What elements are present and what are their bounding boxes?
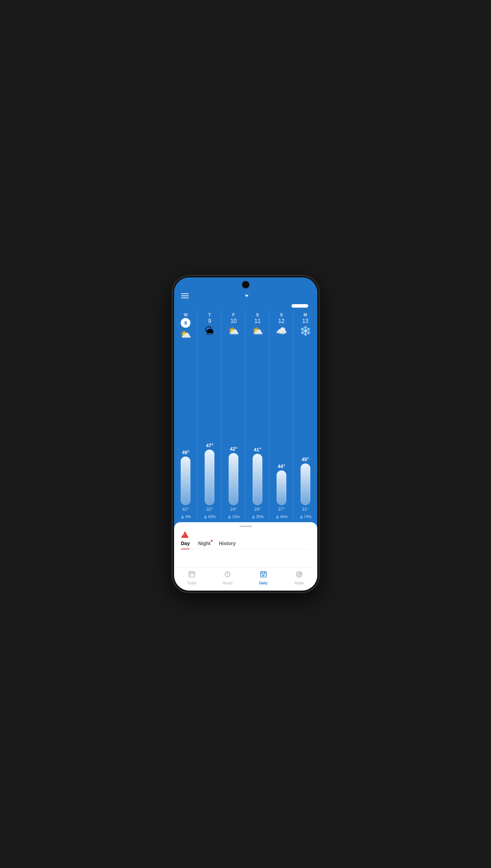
high-temp: 41°	[254, 447, 261, 452]
by-month-button[interactable]	[300, 304, 308, 308]
day-col-1[interactable]: T9🌦47°32°💧63%	[198, 310, 222, 522]
screen: W8⛅49°42°💧0%T9🌦47°32°💧63%F10⛅42°24°💧15%S…	[174, 277, 317, 591]
phone-frame: W8⛅49°42°💧0%T9🌦47°32°💧63%F10⛅42°24°💧15%S…	[173, 276, 319, 592]
low-temp: 24°	[230, 507, 237, 512]
day-name: S	[280, 312, 283, 317]
nav-label-daily: Daily	[259, 581, 268, 585]
low-temp: 32°	[206, 507, 213, 512]
svg-rect-4	[190, 575, 191, 576]
day-num: 13	[302, 318, 309, 324]
drop-icon: 💧	[203, 515, 207, 519]
alert-row	[181, 531, 310, 538]
sheet-tab-day[interactable]: Day	[181, 541, 190, 549]
day-num: 11	[254, 318, 261, 324]
precip: 💧0%	[180, 515, 191, 520]
camera	[243, 282, 249, 288]
nav-today-icon	[188, 570, 196, 580]
menu-line-3	[181, 298, 189, 298]
sheet-tab-night[interactable]: Night	[198, 541, 211, 549]
day-col-2[interactable]: F10⛅42°24°💧15%	[222, 310, 246, 522]
svg-rect-6	[261, 572, 267, 577]
precip-value: 63%	[208, 515, 216, 519]
svg-rect-0	[189, 572, 195, 577]
drop-icon: 💧	[180, 515, 185, 519]
drop-icon: 💧	[275, 515, 279, 519]
nav-label-radar: Radar	[294, 581, 304, 585]
notification-dot	[211, 540, 213, 542]
temp-bar	[229, 453, 238, 505]
temp-section: 47°32°	[198, 337, 221, 513]
day-name: M	[304, 312, 307, 317]
nav-label-hourly: Hourly	[223, 581, 233, 585]
day-name: F	[232, 312, 235, 317]
day-num: 10	[230, 318, 237, 324]
temp-bar-container	[301, 464, 310, 505]
weather-icon: ❄️	[300, 326, 311, 335]
sheet-tab-history[interactable]: History	[219, 541, 236, 549]
alert-icon	[181, 531, 189, 538]
temp-bar	[301, 464, 310, 505]
temp-section: 42°24°	[222, 337, 245, 513]
day-col-5[interactable]: M13❄️45°31°💧74%	[294, 310, 317, 522]
day-name: T	[208, 312, 211, 317]
high-temp: 45°	[302, 457, 309, 462]
temp-bar	[205, 450, 214, 505]
view-toggle	[292, 304, 308, 308]
precip: 💧25%	[251, 515, 264, 520]
view-toggle-group	[292, 304, 310, 308]
bottom-sheet: DayNightHistory	[174, 522, 317, 567]
temp-bar-container	[277, 470, 286, 505]
high-temp: 47°	[206, 443, 213, 448]
nav-item-radar[interactable]: Radar	[281, 570, 317, 585]
app-screen: W8⛅49°42°💧0%T9🌦47°32°💧63%F10⛅42°24°💧15%S…	[174, 277, 317, 591]
day-col-3[interactable]: S11⛅41°28°💧25%	[246, 310, 270, 522]
weather-icon: ☁️	[276, 326, 287, 335]
temp-section: 44°37°	[270, 337, 293, 513]
precip: 💧63%	[203, 515, 216, 520]
nav-label-today: Today	[187, 581, 197, 585]
precip-value: 15%	[232, 515, 240, 519]
temp-section: 41°28°	[246, 337, 269, 513]
precip-value: 25%	[256, 515, 264, 519]
drop-icon: 💧	[251, 515, 255, 519]
menu-line-2	[181, 295, 189, 296]
bottom-nav: TodayHourlyDailyRadar	[174, 567, 317, 591]
day-name: W	[184, 312, 188, 317]
weather-icon: ⛅	[252, 326, 263, 335]
by-day-button[interactable]	[292, 304, 300, 308]
sheet-handle	[239, 526, 252, 527]
nav-item-hourly[interactable]: Hourly	[210, 570, 246, 585]
menu-button[interactable]	[181, 293, 189, 298]
weather-icon: 🌦	[205, 326, 214, 335]
precip-value: 0%	[185, 515, 191, 519]
precip: 💧15%	[227, 515, 240, 520]
nav-hourly-icon	[224, 570, 231, 580]
precip: 💧44%	[275, 515, 288, 520]
temp-bar	[181, 457, 190, 505]
nav-item-daily[interactable]: Daily	[246, 570, 281, 585]
drop-icon: 💧	[227, 515, 231, 519]
nav-item-today[interactable]: Today	[174, 570, 210, 585]
low-temp: 37°	[278, 507, 285, 512]
weather-icon: ⛅	[180, 330, 191, 339]
low-temp: 42°	[182, 507, 189, 512]
city-selector[interactable]	[243, 294, 248, 297]
day-col-4[interactable]: S12☁️44°37°💧44%	[270, 310, 294, 522]
high-temp: 49°	[182, 450, 189, 455]
day-num-today: 8	[181, 318, 190, 328]
low-temp: 28°	[254, 507, 261, 512]
day-col-0[interactable]: W8⛅49°42°💧0%	[174, 310, 198, 522]
temp-bar	[277, 470, 286, 505]
high-temp: 44°	[278, 464, 285, 469]
weather-grid: W8⛅49°42°💧0%T9🌦47°32°💧63%F10⛅42°24°💧15%S…	[174, 310, 317, 522]
low-temp: 31°	[302, 507, 309, 512]
sheet-tabs: DayNightHistory	[181, 541, 310, 549]
temp-bar-container	[229, 453, 238, 505]
nav-daily-icon	[260, 570, 267, 580]
precip-value: 44%	[280, 515, 288, 519]
drop-icon: 💧	[299, 515, 303, 519]
temp-section: 49°42°	[175, 341, 197, 513]
precip: 💧74%	[299, 515, 312, 520]
day-num: 9	[208, 318, 211, 324]
weather-icon: ⛅	[228, 326, 239, 335]
